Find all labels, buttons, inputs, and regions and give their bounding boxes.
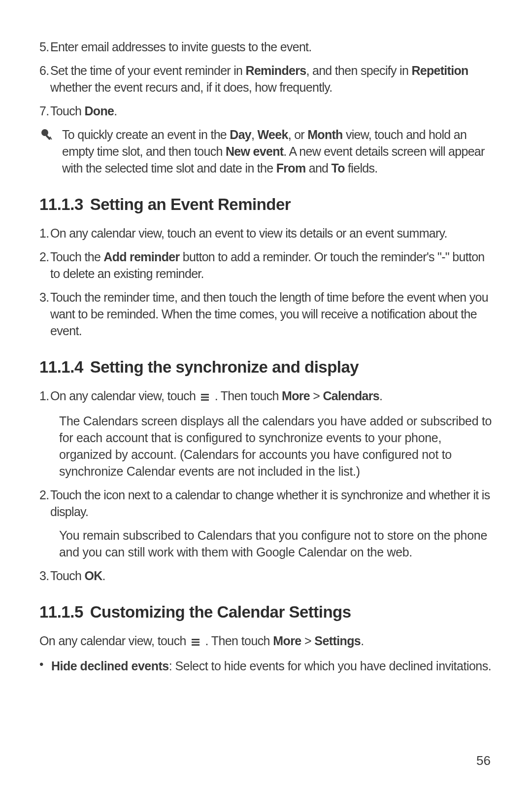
- text: To quickly create an event in the: [62, 128, 230, 141]
- text-bold: Month: [307, 128, 342, 141]
- step-note: You remain subscribed to Calendars that …: [59, 527, 493, 560]
- page-number: 56: [476, 753, 491, 768]
- list-number: 1.: [39, 387, 50, 406]
- svg-rect-4: [201, 399, 209, 401]
- svg-rect-5: [192, 639, 200, 640]
- text-bold: More: [282, 389, 310, 403]
- svg-rect-2: [201, 394, 209, 395]
- text: Enter email addresses to invite guests t…: [50, 40, 312, 54]
- svg-rect-3: [201, 397, 209, 398]
- text: , and then specify in: [306, 64, 411, 77]
- list-body: On any calendar view, touch . Then touch…: [50, 387, 493, 406]
- tip-block: To quickly create an event in the Day, W…: [39, 126, 493, 176]
- text: >: [310, 389, 323, 403]
- text: Touch the reminder time, and then touch …: [50, 290, 488, 338]
- list-body: Hide declined events: Select to hide eve…: [51, 658, 493, 674]
- list-item: 7. Touch Done.: [39, 103, 493, 119]
- list-body: Touch the reminder time, and then touch …: [50, 289, 493, 339]
- list-item: 1. On any calendar view, touch an event …: [39, 225, 493, 242]
- steps-1113: 1. On any calendar view, touch an event …: [39, 225, 493, 339]
- menu-icon: [189, 634, 202, 651]
- text-bold: Hide declined events: [51, 659, 169, 673]
- section-heading: 11.1.3Setting an Event Reminder: [39, 195, 493, 214]
- list-item: 3. Touch OK.: [39, 567, 493, 584]
- text: .: [361, 634, 364, 648]
- text-bold: To: [332, 161, 345, 175]
- svg-rect-6: [192, 642, 200, 643]
- step-note: The Calendars screen displays all the ca…: [59, 413, 493, 480]
- section-heading: 11.1.5Customizing the Calendar Settings: [39, 603, 493, 622]
- text: Touch the icon next to a calendar to cha…: [50, 488, 490, 519]
- intro-line: On any calendar view, touch . Then touch…: [39, 632, 493, 651]
- svg-point-0: [41, 129, 48, 136]
- section-number: 11.1.4: [39, 358, 83, 376]
- text: . Then touch: [215, 389, 282, 403]
- section-title: Setting the synchronize and display: [90, 358, 359, 376]
- list-body: Touch Done.: [50, 103, 493, 119]
- text: Touch the: [50, 250, 103, 264]
- section-title: Customizing the Calendar Settings: [90, 603, 351, 621]
- list-item: 5. Enter email addresses to invite guest…: [39, 38, 493, 55]
- list-body: Set the time of your event reminder in R…: [50, 62, 493, 96]
- bullet-dot: •: [39, 658, 51, 674]
- text: , or: [288, 128, 308, 141]
- text-bold: More: [273, 634, 301, 648]
- tip-icon: [39, 126, 62, 142]
- text-bold: Reminders: [246, 64, 306, 77]
- svg-rect-7: [192, 644, 200, 646]
- section-title: Setting an Event Reminder: [90, 195, 291, 213]
- text-bold: From: [276, 161, 306, 175]
- section-number: 11.1.3: [39, 195, 83, 213]
- text-bold: OK: [84, 569, 102, 583]
- text-bold: Add reminder: [103, 250, 179, 264]
- text: >: [301, 634, 315, 648]
- manual-page: 5. Enter email addresses to invite guest…: [39, 38, 493, 681]
- text: On any calendar view, touch an event to …: [50, 226, 447, 240]
- list-item: 2. Touch the Add reminder button to add …: [39, 248, 493, 282]
- list-body: Touch the Add reminder button to add a r…: [50, 248, 493, 282]
- text: Touch: [50, 104, 84, 118]
- list-body: Enter email addresses to invite guests t…: [50, 38, 493, 55]
- text: Set the time of your event reminder in: [50, 64, 246, 77]
- list-number: 5.: [39, 38, 50, 55]
- text-bold: New event: [226, 144, 283, 158]
- section-heading: 11.1.4Setting the synchronize and displa…: [39, 358, 493, 377]
- bullet-list: • Hide declined events: Select to hide e…: [39, 658, 493, 674]
- list-body: Touch OK.: [50, 567, 493, 584]
- list-number: 1.: [39, 225, 50, 242]
- text: fields.: [345, 161, 378, 175]
- list-number: 2.: [39, 486, 50, 520]
- tip-text: To quickly create an event in the Day, W…: [62, 126, 493, 176]
- text-bold: Calendars: [323, 389, 379, 403]
- list-number: 3.: [39, 289, 50, 339]
- steps-1114c: 3. Touch OK.: [39, 567, 493, 584]
- menu-icon: [199, 389, 211, 406]
- list-body: On any calendar view, touch an event to …: [50, 225, 493, 242]
- list-body: Touch the icon next to a calendar to cha…: [50, 486, 493, 520]
- continued-steps: 5. Enter email addresses to invite guest…: [39, 38, 493, 119]
- list-number: 7.: [39, 103, 50, 119]
- text-bold: Done: [84, 104, 114, 118]
- text: : Select to hide events for which you ha…: [169, 659, 492, 673]
- text: On any calendar view, touch: [39, 634, 189, 648]
- text: .: [379, 389, 382, 403]
- steps-1114b: 2. Touch the icon next to a calendar to …: [39, 486, 493, 520]
- text: Touch: [50, 569, 84, 583]
- list-item: 2. Touch the icon next to a calendar to …: [39, 486, 493, 520]
- text-bold: Day: [230, 128, 251, 141]
- section-number: 11.1.5: [39, 603, 83, 621]
- list-number: 6.: [39, 62, 50, 96]
- text-bold: Repetition: [411, 64, 468, 77]
- list-item: 3. Touch the reminder time, and then tou…: [39, 289, 493, 339]
- list-item: 1. On any calendar view, touch . Then to…: [39, 387, 493, 406]
- list-number: 3.: [39, 567, 50, 584]
- list-number: 2.: [39, 248, 50, 282]
- text-bold: Week: [258, 128, 288, 141]
- text: . Then touch: [205, 634, 273, 648]
- text: .: [114, 104, 117, 118]
- steps-1114: 1. On any calendar view, touch . Then to…: [39, 387, 493, 406]
- text: ,: [251, 128, 258, 141]
- list-item: • Hide declined events: Select to hide e…: [39, 658, 493, 674]
- text: .: [102, 569, 105, 583]
- list-item: 6. Set the time of your event reminder i…: [39, 62, 493, 96]
